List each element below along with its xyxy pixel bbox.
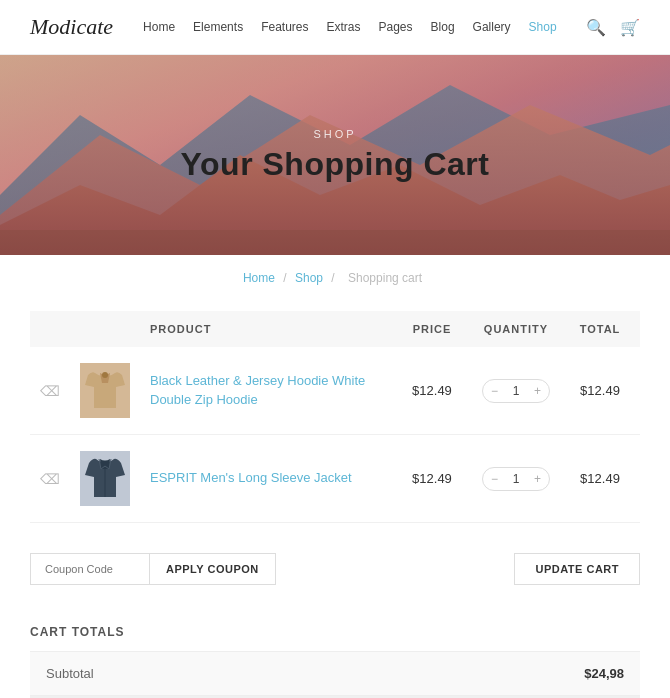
breadcrumb: Home / Shop / Shopping cart [0, 255, 670, 301]
product-name-link-1[interactable]: Black Leather & Jersey Hoodie White Doub… [150, 373, 365, 406]
col-header-remove [30, 311, 70, 347]
qty-value-1: 1 [506, 380, 526, 402]
col-header-img [70, 311, 140, 347]
product-price-cell-2: $12.49 [392, 435, 472, 523]
col-header-total: TOTAL [560, 311, 640, 347]
qty-value-2: 1 [506, 468, 526, 490]
cart-section: PRODUCT PRICE QUANTITY TOTAL ⌫ [0, 301, 670, 605]
cart-icon[interactable]: 🛒 [620, 18, 640, 37]
product-total-cell-1: $12.49 [560, 347, 640, 435]
svg-point-6 [102, 372, 108, 378]
breadcrumb-current: Shopping cart [348, 271, 422, 285]
main-nav: Home Elements Features Extras Pages Blog… [143, 20, 586, 34]
breadcrumb-sep1: / [283, 271, 286, 285]
product-name-cell-2: ESPRIT Men's Long Sleeve Jacket [140, 435, 392, 523]
nav-shop[interactable]: Shop [529, 20, 557, 34]
qty-decrease-1[interactable]: − [483, 380, 506, 402]
col-header-price: PRICE [392, 311, 472, 347]
update-cart-button[interactable]: UPDATE CART [514, 553, 640, 585]
product-image-2 [80, 451, 130, 506]
cart-totals-title: CART TOTALS [30, 625, 640, 639]
breadcrumb-home[interactable]: Home [243, 271, 275, 285]
subtotal-row: Subtotal $24,98 [30, 651, 640, 695]
qty-input-1: − 1 + [482, 379, 550, 403]
table-row: ⌫ Black Leather & Jersey Hoodie [30, 347, 640, 435]
qty-input-2: − 1 + [482, 467, 550, 491]
cart-table: PRODUCT PRICE QUANTITY TOTAL ⌫ [30, 311, 640, 523]
nav-extras[interactable]: Extras [327, 20, 361, 34]
remove-cell-1: ⌫ [30, 347, 70, 435]
cart-totals-section: CART TOTALS Subtotal $24,98 Total $24,98 [0, 605, 670, 698]
nav-home[interactable]: Home [143, 20, 175, 34]
nav-pages[interactable]: Pages [379, 20, 413, 34]
search-icon[interactable]: 🔍 [586, 18, 606, 37]
breadcrumb-sep2: / [331, 271, 334, 285]
breadcrumb-shop[interactable]: Shop [295, 271, 323, 285]
col-header-product: PRODUCT [140, 311, 392, 347]
qty-wrapper-2: − 1 + [482, 467, 550, 491]
product-price-cell-1: $12.49 [392, 347, 472, 435]
product-name-link-2[interactable]: ESPRIT Men's Long Sleeve Jacket [150, 470, 352, 485]
hero-title: Your Shopping Cart [181, 146, 490, 183]
qty-increase-1[interactable]: + [526, 380, 549, 402]
product-img-cell-1 [70, 347, 140, 435]
col-header-quantity: QUANTITY [472, 311, 560, 347]
product-img-cell-2 [70, 435, 140, 523]
nav-elements[interactable]: Elements [193, 20, 243, 34]
remove-item-1-button[interactable]: ⌫ [40, 383, 60, 399]
remove-item-2-button[interactable]: ⌫ [40, 471, 60, 487]
coupon-area: APPLY COUPON [30, 553, 276, 585]
apply-coupon-button[interactable]: APPLY COUPON [150, 553, 276, 585]
product-name-cell-1: Black Leather & Jersey Hoodie White Doub… [140, 347, 392, 435]
svg-rect-4 [0, 230, 670, 255]
header-icons: 🔍 🛒 [586, 18, 640, 37]
table-row: ⌫ [30, 435, 640, 523]
qty-wrapper-1: − 1 + [482, 379, 550, 403]
product-qty-cell-2: − 1 + [472, 435, 560, 523]
remove-cell-2: ⌫ [30, 435, 70, 523]
product-image-1 [80, 363, 130, 418]
subtotal-label: Subtotal [46, 666, 94, 681]
hero-shop-label: SHOP [181, 128, 490, 140]
subtotal-value: $24,98 [584, 666, 624, 681]
hero-section: SHOP Your Shopping Cart [0, 55, 670, 255]
nav-features[interactable]: Features [261, 20, 308, 34]
product-total-cell-2: $12.49 [560, 435, 640, 523]
qty-decrease-2[interactable]: − [483, 468, 506, 490]
qty-increase-2[interactable]: + [526, 468, 549, 490]
nav-gallery[interactable]: Gallery [473, 20, 511, 34]
cart-table-header: PRODUCT PRICE QUANTITY TOTAL [30, 311, 640, 347]
hero-text: SHOP Your Shopping Cart [181, 128, 490, 183]
coupon-input[interactable] [30, 553, 150, 585]
nav-blog[interactable]: Blog [431, 20, 455, 34]
site-logo[interactable]: Modicate [30, 14, 113, 40]
cart-actions: APPLY COUPON UPDATE CART [30, 543, 640, 585]
product-qty-cell-1: − 1 + [472, 347, 560, 435]
